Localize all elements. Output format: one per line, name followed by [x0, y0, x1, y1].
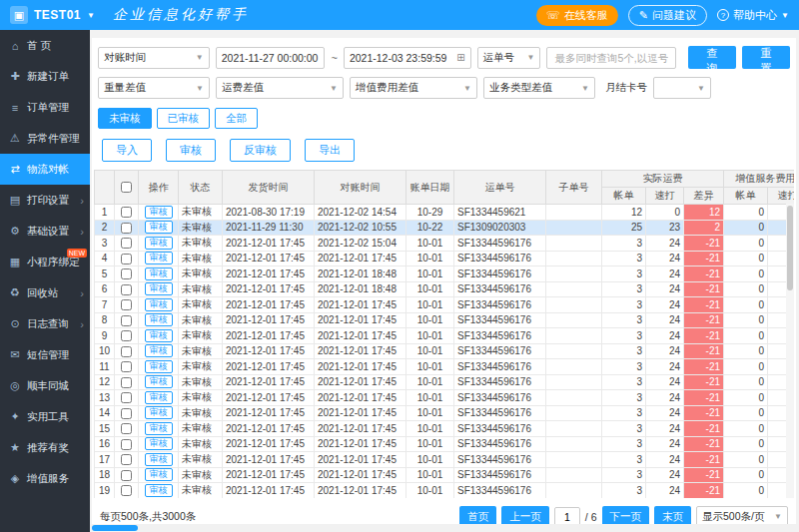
horizontal-scrollbar[interactable] — [90, 524, 799, 532]
row-checkbox[interactable] — [121, 377, 132, 388]
table-row[interactable]: 8审核未审核2021-12-01 17:452021-12-01 17:4510… — [95, 312, 795, 328]
sidebar-item-9[interactable]: ⊙日志查询› — [0, 308, 90, 339]
table-row[interactable]: 9审核未审核2021-12-01 17:452021-12-01 17:4510… — [95, 328, 795, 344]
row-audit-button[interactable]: 审核 — [145, 237, 173, 250]
row-checkbox[interactable] — [121, 207, 132, 218]
tab-audited[interactable]: 已审核 — [157, 108, 211, 129]
tab-unaudited[interactable]: 未审核 — [98, 108, 152, 129]
table-row[interactable]: 16审核未审核2021-12-01 17:452021-12-01 17:451… — [95, 436, 795, 452]
waybill-type-select[interactable]: 运单号 ▼ — [477, 47, 541, 69]
sidebar-item-11[interactable]: ◎顺丰同城 — [0, 370, 90, 401]
table-row[interactable]: 17审核未审核2021-12-01 17:452021-12-01 17:451… — [95, 452, 795, 468]
sidebar-item-0[interactable]: ⌂首 页 — [0, 30, 90, 61]
first-page-button[interactable]: 首页 — [459, 506, 496, 524]
row-audit-button[interactable]: 审核 — [145, 375, 173, 388]
prev-page-button[interactable]: 上一页 — [501, 506, 549, 524]
table-row[interactable]: 13审核未审核2021-12-01 17:452021-12-01 17:451… — [95, 390, 795, 406]
vas-fee-diff-select[interactable]: 增值费用差值 ▼ — [350, 77, 477, 99]
row-audit-button[interactable]: 审核 — [145, 360, 173, 373]
sidebar-item-4[interactable]: ⇄物流对帐 — [0, 154, 90, 185]
monthly-card-select[interactable]: ▼ — [653, 77, 711, 99]
biz-type-diff-select[interactable]: 业务类型差值 ▼ — [483, 77, 595, 99]
sidebar-item-2[interactable]: ≡订单管理 — [0, 92, 90, 123]
row-checkbox[interactable] — [121, 346, 132, 357]
table-row[interactable]: 10审核未审核2021-12-01 17:452021-12-01 17:451… — [95, 343, 795, 359]
date-to-input[interactable]: 2021-12-03 23:59:59 ⊞ — [344, 47, 471, 69]
table-row[interactable]: 4审核未审核2021-12-01 17:452021-12-01 17:4510… — [95, 251, 795, 266]
row-checkbox[interactable] — [121, 330, 132, 341]
freight-diff-select[interactable]: 运费差值 ▼ — [216, 77, 344, 99]
row-audit-button[interactable]: 审核 — [145, 422, 173, 435]
row-checkbox[interactable] — [121, 392, 132, 403]
row-checkbox[interactable] — [121, 423, 132, 434]
row-checkbox[interactable] — [121, 284, 132, 295]
help-center-menu[interactable]: ? 帮助中心 ▼ — [717, 8, 789, 23]
sidebar-item-12[interactable]: ✦实用工具 — [0, 401, 90, 432]
table-row[interactable]: 3审核未审核2021-12-01 17:452021-12-02 15:0410… — [95, 236, 795, 252]
row-audit-button[interactable]: 审核 — [145, 313, 173, 326]
horizontal-scrollbar-thumb[interactable] — [92, 525, 138, 531]
page-number-input[interactable] — [554, 507, 580, 524]
sidebar-item-14[interactable]: ◈增值服务 — [0, 463, 90, 494]
row-checkbox[interactable] — [121, 268, 132, 279]
account-name[interactable]: TEST01 — [34, 8, 81, 22]
page-size-select[interactable]: 显示500条/页 ▼ — [696, 506, 788, 524]
row-audit-button[interactable]: 审核 — [145, 298, 173, 311]
row-checkbox[interactable] — [121, 470, 132, 481]
audit-button[interactable]: 审核 — [166, 139, 216, 162]
row-checkbox[interactable] — [121, 315, 132, 326]
row-audit-button[interactable]: 审核 — [145, 206, 173, 219]
last-page-button[interactable]: 末页 — [654, 506, 691, 524]
sidebar-item-3[interactable]: ⚠异常件管理 — [0, 123, 90, 154]
row-checkbox[interactable] — [121, 299, 132, 310]
row-audit-button[interactable]: 审核 — [145, 282, 173, 295]
table-row[interactable]: 1审核未审核2021-08-30 17:192021-12-02 14:5410… — [95, 205, 795, 221]
search-button[interactable]: 查询 — [688, 46, 736, 69]
table-row[interactable]: 14审核未审核2021-12-01 17:452021-12-01 17:451… — [95, 405, 795, 421]
row-audit-button[interactable]: 审核 — [145, 391, 173, 404]
table-row[interactable]: 19审核未审核2021-12-01 17:452021-12-01 17:451… — [95, 483, 795, 499]
sidebar-item-7[interactable]: ▦小程序绑定NEW — [0, 247, 90, 277]
time-type-select[interactable]: 对账时间 ▼ — [98, 47, 210, 69]
select-all-checkbox[interactable] — [121, 182, 132, 193]
online-service-button[interactable]: ☏ 在线客服 — [536, 5, 618, 26]
import-button[interactable]: 导入 — [102, 139, 152, 162]
row-audit-button[interactable]: 审核 — [145, 344, 173, 357]
vertical-scrollbar[interactable] — [786, 204, 794, 498]
row-checkbox[interactable] — [121, 254, 132, 265]
sidebar-item-10[interactable]: ✉短信管理 — [0, 339, 90, 370]
table-row[interactable]: 5审核未审核2021-12-01 17:452021-12-01 18:4810… — [95, 266, 795, 282]
row-checkbox[interactable] — [121, 485, 132, 496]
row-audit-button[interactable]: 审核 — [145, 221, 173, 234]
row-checkbox[interactable] — [121, 238, 132, 249]
table-row[interactable]: 6审核未审核2021-12-01 17:452021-12-01 18:4810… — [95, 281, 795, 297]
row-audit-button[interactable]: 审核 — [145, 468, 173, 481]
sidebar-item-5[interactable]: ▤打印设置› — [0, 185, 90, 216]
sidebar-item-6[interactable]: ⚙基础设置› — [0, 216, 90, 247]
row-audit-button[interactable]: 审核 — [145, 453, 173, 466]
table-row[interactable]: 2审核未审核2021-11-29 11:302021-12-02 10:5510… — [95, 220, 795, 236]
table-row[interactable]: 7审核未审核2021-12-01 17:452021-12-01 17:4510… — [95, 297, 795, 313]
sidebar-item-13[interactable]: ★推荐有奖 — [0, 432, 90, 463]
date-from-input[interactable]: 2021-11-27 00:00:00 — [216, 47, 326, 69]
row-audit-button[interactable]: 审核 — [145, 267, 173, 280]
vertical-scrollbar-thumb[interactable] — [787, 206, 793, 290]
row-checkbox[interactable] — [121, 408, 132, 419]
row-checkbox[interactable] — [121, 361, 132, 372]
tab-all[interactable]: 全部 — [215, 108, 258, 129]
weight-diff-select[interactable]: 重量差值 ▼ — [98, 77, 210, 99]
row-audit-button[interactable]: 审核 — [145, 406, 173, 419]
export-button[interactable]: 导出 — [305, 139, 355, 162]
row-checkbox[interactable] — [121, 223, 132, 234]
row-audit-button[interactable]: 审核 — [145, 437, 173, 450]
chevron-down-icon[interactable]: ▼ — [87, 11, 95, 20]
table-row[interactable]: 12审核未审核2021-12-01 17:452021-12-01 17:451… — [95, 374, 795, 390]
reset-button[interactable]: 重置 — [742, 46, 790, 69]
row-checkbox[interactable] — [121, 439, 132, 450]
sidebar-item-1[interactable]: ✚新建订单 — [0, 61, 90, 92]
feedback-button[interactable]: ✎ 问题建议 — [628, 5, 707, 26]
row-checkbox[interactable] — [121, 454, 132, 465]
table-row[interactable]: 18审核未审核2021-12-01 17:452021-12-01 17:451… — [95, 467, 795, 483]
table-row[interactable]: 15审核未审核2021-12-01 17:452021-12-01 17:451… — [95, 421, 795, 437]
unaudit-button[interactable]: 反审核 — [230, 139, 291, 162]
